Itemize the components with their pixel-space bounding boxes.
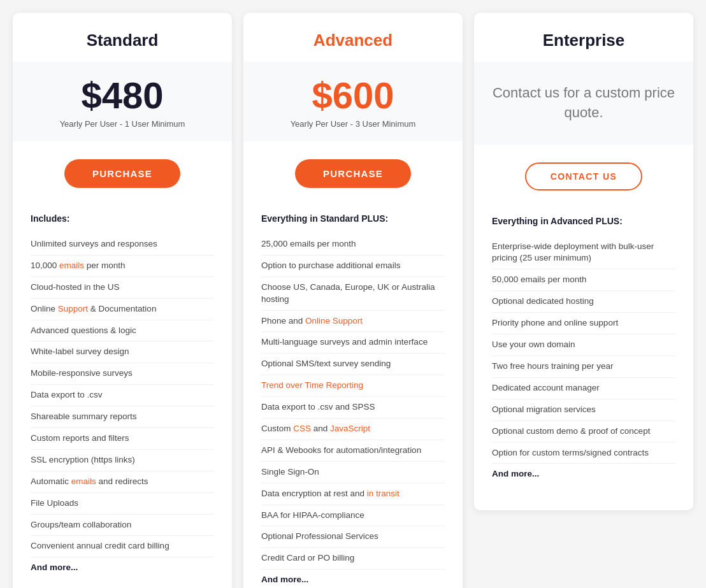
- standard-title: Standard: [25, 31, 219, 50]
- standard-features-heading: Includes:: [31, 213, 214, 224]
- enterprise-contact-button[interactable]: CONTACT US: [525, 162, 643, 190]
- standard-header: Standard: [13, 13, 232, 62]
- list-item: Convenient annual credit card billing: [31, 536, 214, 557]
- standard-card: Standard $480 Yearly Per User - 1 User M…: [13, 13, 232, 588]
- enterprise-price-section: Contact us for a custom price quote.: [474, 62, 693, 145]
- list-item: Trend over Time Reporting: [261, 375, 445, 397]
- list-item: Online Support & Documentation: [31, 299, 214, 320]
- list-item: Two free hours training per year: [492, 356, 675, 378]
- list-item: Phone and Online Support: [261, 311, 445, 333]
- list-item: File Uploads: [31, 493, 214, 515]
- enterprise-features-section: Everything in Advanced PLUS: Enterprise-…: [474, 203, 693, 492]
- list-item: 25,000 emails per month: [261, 234, 445, 255]
- enterprise-price-text: Contact us for a custom price quote.: [487, 83, 681, 123]
- advanced-features-section: Everything in Standard PLUS: 25,000 emai…: [243, 201, 463, 588]
- enterprise-header: Enterprise: [474, 13, 693, 62]
- list-item: Automatic emails and redirects: [31, 471, 214, 493]
- list-item: Advanced questions & logic: [31, 320, 214, 342]
- list-item: API & Webooks for automation/integration: [261, 440, 445, 462]
- list-item: Cloud-hosted in the US: [31, 277, 214, 299]
- advanced-and-more: And more...: [261, 570, 445, 588]
- list-item: Dedicated account manager: [492, 378, 675, 399]
- list-item: Unlimited surveys and responses: [31, 234, 214, 255]
- advanced-cta-section: PURCHASE: [243, 141, 463, 201]
- list-item: Shareable summary reports: [31, 406, 214, 428]
- list-item: 10,000 emails per month: [31, 255, 214, 277]
- enterprise-cta-section: CONTACT US: [474, 145, 693, 203]
- list-item: Multi-language surveys and admin interfa…: [261, 332, 445, 354]
- list-item: Credit Card or PO billing: [261, 548, 445, 570]
- list-item: 50,000 emails per month: [492, 269, 675, 291]
- advanced-title: Advanced: [256, 31, 450, 50]
- list-item: Optional migration services: [492, 399, 675, 421]
- list-item: Data export to .csv and SPSS: [261, 397, 445, 419]
- list-item: Optional custom demo & proof of concept: [492, 421, 675, 443]
- list-item: Mobile-responsive surveys: [31, 363, 214, 385]
- enterprise-card: Enterprise Contact us for a custom price…: [474, 13, 693, 510]
- standard-purchase-button[interactable]: PURCHASE: [64, 159, 180, 188]
- list-item: Option to purchase additional emails: [261, 255, 445, 277]
- list-item: Optional SMS/text survey sending: [261, 354, 445, 375]
- list-item: BAA for HIPAA-compliance: [261, 505, 445, 527]
- standard-features-section: Includes: Unlimited surveys and response…: [13, 201, 232, 585]
- enterprise-title: Enterprise: [487, 31, 681, 50]
- enterprise-features-heading: Everything in Advanced PLUS:: [492, 216, 675, 226]
- enterprise-and-more: And more...: [492, 464, 675, 485]
- pricing-container: Standard $480 Yearly Per User - 1 User M…: [13, 13, 693, 588]
- standard-cta-section: PURCHASE: [13, 141, 232, 201]
- advanced-header: Advanced: [243, 13, 463, 62]
- advanced-features-heading: Everything in Standard PLUS:: [261, 213, 445, 224]
- list-item: Data encryption at rest and in transit: [261, 484, 445, 505]
- list-item: Single Sign-On: [261, 462, 445, 484]
- list-item: Custom reports and filters: [31, 428, 214, 450]
- advanced-purchase-button[interactable]: PURCHASE: [295, 159, 411, 188]
- list-item: Custom CSS and JavaScript: [261, 419, 445, 440]
- standard-price-section: $480 Yearly Per User - 1 User Minimum: [13, 62, 232, 141]
- list-item: Choose US, Canada, Europe, UK or Austral…: [261, 277, 445, 311]
- standard-price-subtitle: Yearly Per User - 1 User Minimum: [25, 119, 219, 129]
- list-item: White-label survey design: [31, 341, 214, 363]
- list-item: Optional Professional Services: [261, 526, 445, 548]
- list-item: Priority phone and online support: [492, 313, 675, 334]
- list-item: Optional dedicated hosting: [492, 291, 675, 313]
- standard-price: $480: [25, 77, 219, 114]
- standard-and-more: And more...: [31, 557, 214, 578]
- list-item: Data export to .csv: [31, 385, 214, 406]
- advanced-card: Advanced $600 Yearly Per User - 3 User M…: [243, 13, 463, 588]
- list-item: Groups/team collaboration: [31, 515, 214, 536]
- list-item: SSL encryption (https links): [31, 450, 214, 471]
- advanced-price-subtitle: Yearly Per User - 3 User Minimum: [256, 119, 450, 129]
- advanced-price: $600: [256, 77, 450, 114]
- list-item: Use your own domain: [492, 334, 675, 356]
- advanced-price-section: $600 Yearly Per User - 3 User Minimum: [243, 62, 463, 141]
- list-item: Option for custom terms/signed contracts: [492, 443, 675, 464]
- list-item: Enterprise-wide deployment with bulk-use…: [492, 236, 675, 270]
